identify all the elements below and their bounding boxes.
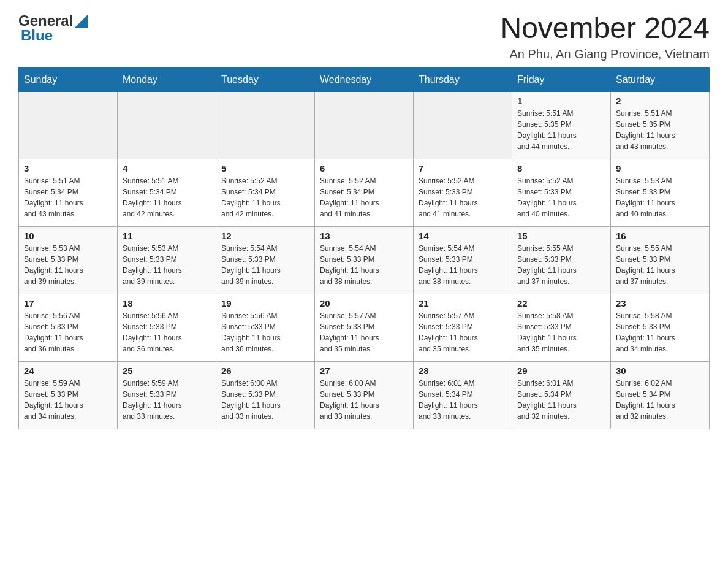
day-info: Sunrise: 5:57 AMSunset: 5:33 PMDaylight:… bbox=[419, 310, 507, 354]
header-thursday: Thursday bbox=[414, 67, 512, 91]
day-number: 14 bbox=[419, 231, 507, 241]
day-info: Sunrise: 5:56 AMSunset: 5:33 PMDaylight:… bbox=[221, 310, 309, 354]
day-number: 2 bbox=[616, 96, 704, 106]
day-number: 18 bbox=[123, 298, 211, 308]
day-info: Sunrise: 5:52 AMSunset: 5:33 PMDaylight:… bbox=[419, 175, 507, 220]
table-row: 5Sunrise: 5:52 AMSunset: 5:34 PMDaylight… bbox=[216, 159, 315, 226]
table-row: 25Sunrise: 5:59 AMSunset: 5:33 PMDayligh… bbox=[118, 361, 216, 429]
table-row: 16Sunrise: 5:55 AMSunset: 5:33 PMDayligh… bbox=[611, 226, 710, 294]
table-row: 20Sunrise: 5:57 AMSunset: 5:33 PMDayligh… bbox=[315, 294, 414, 361]
title-area: November 2024 An Phu, An Giang Province,… bbox=[500, 12, 710, 61]
table-row: 13Sunrise: 5:54 AMSunset: 5:33 PMDayligh… bbox=[315, 226, 414, 294]
table-row: 21Sunrise: 5:57 AMSunset: 5:33 PMDayligh… bbox=[414, 294, 512, 361]
calendar-week-row: 10Sunrise: 5:53 AMSunset: 5:33 PMDayligh… bbox=[19, 226, 710, 294]
day-info: Sunrise: 5:54 AMSunset: 5:33 PMDaylight:… bbox=[419, 243, 507, 287]
table-row: 27Sunrise: 6:00 AMSunset: 5:33 PMDayligh… bbox=[315, 361, 414, 429]
table-row: 29Sunrise: 6:01 AMSunset: 5:34 PMDayligh… bbox=[512, 361, 611, 429]
day-number: 26 bbox=[221, 366, 309, 376]
day-number: 7 bbox=[419, 163, 507, 174]
day-number: 3 bbox=[24, 163, 112, 174]
day-info: Sunrise: 5:55 AMSunset: 5:33 PMDaylight:… bbox=[517, 243, 605, 287]
day-number: 29 bbox=[517, 366, 605, 376]
day-info: Sunrise: 5:53 AMSunset: 5:33 PMDaylight:… bbox=[616, 175, 704, 220]
day-info: Sunrise: 6:00 AMSunset: 5:33 PMDaylight:… bbox=[221, 378, 309, 422]
table-row bbox=[414, 91, 512, 159]
day-number: 6 bbox=[320, 163, 408, 174]
header-friday: Friday bbox=[512, 67, 611, 91]
day-number: 17 bbox=[24, 298, 112, 308]
day-number: 19 bbox=[221, 298, 309, 308]
day-number: 28 bbox=[419, 366, 507, 376]
day-info: Sunrise: 5:55 AMSunset: 5:33 PMDaylight:… bbox=[616, 243, 704, 287]
table-row bbox=[19, 91, 118, 159]
table-row: 6Sunrise: 5:52 AMSunset: 5:34 PMDaylight… bbox=[315, 159, 414, 226]
logo-triangle-icon bbox=[74, 15, 88, 28]
table-row: 8Sunrise: 5:52 AMSunset: 5:33 PMDaylight… bbox=[512, 159, 611, 226]
logo: General Blue bbox=[18, 12, 88, 44]
table-row: 15Sunrise: 5:55 AMSunset: 5:33 PMDayligh… bbox=[512, 226, 611, 294]
table-row: 11Sunrise: 5:53 AMSunset: 5:33 PMDayligh… bbox=[118, 226, 216, 294]
day-info: Sunrise: 5:54 AMSunset: 5:33 PMDaylight:… bbox=[320, 243, 408, 287]
table-row: 18Sunrise: 5:56 AMSunset: 5:33 PMDayligh… bbox=[118, 294, 216, 361]
day-info: Sunrise: 5:59 AMSunset: 5:33 PMDaylight:… bbox=[24, 378, 112, 422]
day-number: 30 bbox=[616, 366, 704, 376]
svg-marker-0 bbox=[74, 15, 88, 28]
day-number: 27 bbox=[320, 366, 408, 376]
table-row: 23Sunrise: 5:58 AMSunset: 5:33 PMDayligh… bbox=[611, 294, 710, 361]
calendar-week-row: 3Sunrise: 5:51 AMSunset: 5:34 PMDaylight… bbox=[19, 159, 710, 226]
day-number: 12 bbox=[221, 231, 309, 241]
header-tuesday: Tuesday bbox=[216, 67, 315, 91]
month-title: November 2024 bbox=[500, 12, 710, 45]
day-info: Sunrise: 5:51 AMSunset: 5:35 PMDaylight:… bbox=[616, 108, 704, 152]
table-row bbox=[315, 91, 414, 159]
table-row: 9Sunrise: 5:53 AMSunset: 5:33 PMDaylight… bbox=[611, 159, 710, 226]
table-row: 12Sunrise: 5:54 AMSunset: 5:33 PMDayligh… bbox=[216, 226, 315, 294]
table-row: 4Sunrise: 5:51 AMSunset: 5:34 PMDaylight… bbox=[118, 159, 216, 226]
day-number: 10 bbox=[24, 231, 112, 241]
table-row bbox=[118, 91, 216, 159]
day-number: 22 bbox=[517, 298, 605, 308]
day-info: Sunrise: 6:01 AMSunset: 5:34 PMDaylight:… bbox=[517, 378, 605, 422]
calendar-header-row: Sunday Monday Tuesday Wednesday Thursday… bbox=[19, 67, 710, 91]
location-subtitle: An Phu, An Giang Province, Vietnam bbox=[500, 47, 710, 61]
calendar-week-row: 17Sunrise: 5:56 AMSunset: 5:33 PMDayligh… bbox=[19, 294, 710, 361]
table-row: 10Sunrise: 5:53 AMSunset: 5:33 PMDayligh… bbox=[19, 226, 118, 294]
table-row: 30Sunrise: 6:02 AMSunset: 5:34 PMDayligh… bbox=[611, 361, 710, 429]
day-info: Sunrise: 5:53 AMSunset: 5:33 PMDaylight:… bbox=[123, 243, 211, 287]
table-row: 28Sunrise: 6:01 AMSunset: 5:34 PMDayligh… bbox=[414, 361, 512, 429]
calendar-table: Sunday Monday Tuesday Wednesday Thursday… bbox=[18, 67, 710, 429]
day-info: Sunrise: 5:51 AMSunset: 5:34 PMDaylight:… bbox=[24, 175, 112, 220]
day-number: 8 bbox=[517, 163, 605, 174]
header-sunday: Sunday bbox=[19, 67, 118, 91]
day-info: Sunrise: 5:54 AMSunset: 5:33 PMDaylight:… bbox=[221, 243, 309, 287]
day-info: Sunrise: 5:57 AMSunset: 5:33 PMDaylight:… bbox=[320, 310, 408, 354]
table-row: 3Sunrise: 5:51 AMSunset: 5:34 PMDaylight… bbox=[19, 159, 118, 226]
header-monday: Monday bbox=[118, 67, 216, 91]
page-header: General Blue November 2024 An Phu, An Gi… bbox=[18, 12, 710, 61]
day-info: Sunrise: 5:58 AMSunset: 5:33 PMDaylight:… bbox=[517, 310, 605, 354]
header-saturday: Saturday bbox=[611, 67, 710, 91]
day-number: 21 bbox=[419, 298, 507, 308]
table-row: 7Sunrise: 5:52 AMSunset: 5:33 PMDaylight… bbox=[414, 159, 512, 226]
table-row: 19Sunrise: 5:56 AMSunset: 5:33 PMDayligh… bbox=[216, 294, 315, 361]
day-number: 16 bbox=[616, 231, 704, 241]
day-number: 5 bbox=[221, 163, 309, 174]
table-row: 2Sunrise: 5:51 AMSunset: 5:35 PMDaylight… bbox=[611, 91, 710, 159]
header-wednesday: Wednesday bbox=[315, 67, 414, 91]
day-info: Sunrise: 5:51 AMSunset: 5:35 PMDaylight:… bbox=[517, 108, 605, 152]
table-row: 14Sunrise: 5:54 AMSunset: 5:33 PMDayligh… bbox=[414, 226, 512, 294]
day-info: Sunrise: 5:52 AMSunset: 5:34 PMDaylight:… bbox=[221, 175, 309, 220]
day-info: Sunrise: 6:01 AMSunset: 5:34 PMDaylight:… bbox=[419, 378, 507, 422]
day-number: 9 bbox=[616, 163, 704, 174]
calendar-week-row: 1Sunrise: 5:51 AMSunset: 5:35 PMDaylight… bbox=[19, 91, 710, 159]
day-info: Sunrise: 5:51 AMSunset: 5:34 PMDaylight:… bbox=[123, 175, 211, 220]
day-number: 11 bbox=[123, 231, 211, 241]
day-number: 15 bbox=[517, 231, 605, 241]
day-info: Sunrise: 6:00 AMSunset: 5:33 PMDaylight:… bbox=[320, 378, 408, 422]
logo-blue-text: Blue bbox=[21, 27, 53, 44]
day-info: Sunrise: 5:52 AMSunset: 5:33 PMDaylight:… bbox=[517, 175, 605, 220]
day-info: Sunrise: 5:53 AMSunset: 5:33 PMDaylight:… bbox=[24, 243, 112, 287]
day-info: Sunrise: 5:59 AMSunset: 5:33 PMDaylight:… bbox=[123, 378, 211, 422]
day-info: Sunrise: 5:52 AMSunset: 5:34 PMDaylight:… bbox=[320, 175, 408, 220]
table-row: 24Sunrise: 5:59 AMSunset: 5:33 PMDayligh… bbox=[19, 361, 118, 429]
